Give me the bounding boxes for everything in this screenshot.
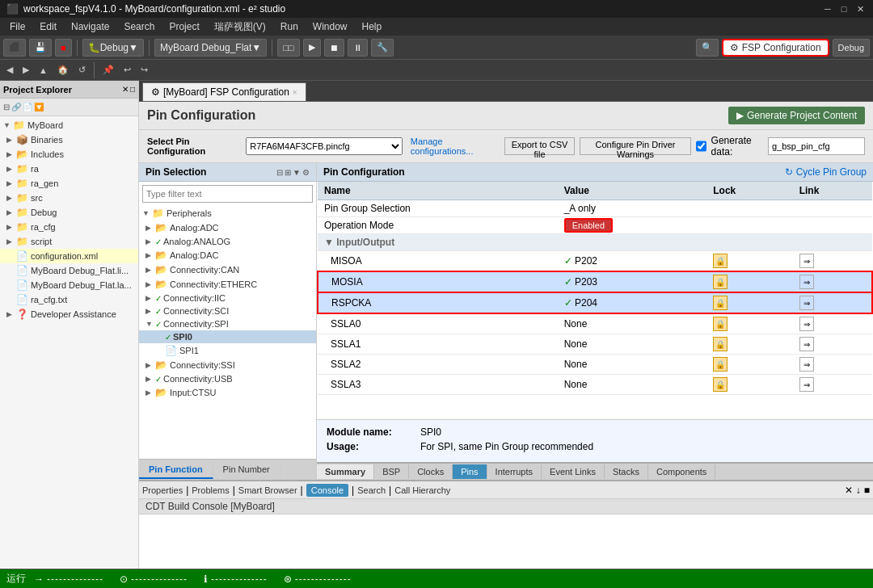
console-stop-btn[interactable]: ■: [864, 485, 870, 496]
tree-input-ctsu[interactable]: ▶ 📂 Input:CTSU: [139, 385, 316, 400]
generate-data-input[interactable]: [768, 137, 865, 155]
cell-lock[interactable]: 🔒: [706, 271, 792, 292]
smart-browser-btn[interactable]: Smart Browser: [238, 485, 297, 495]
filter-btn[interactable]: 🔽: [34, 103, 44, 111]
cell-lock[interactable]: 🔒: [706, 355, 792, 375]
sidebar-item-includes[interactable]: ▶ 📂 Includes: [0, 147, 138, 162]
lock-button[interactable]: 🔒: [713, 296, 728, 310]
tab-fsp-configuration[interactable]: ⚙ [MyBoard] FSP Configuration ×: [142, 82, 306, 101]
cell-value[interactable]: ✓ P202: [558, 251, 707, 272]
cell-link[interactable]: ⇒: [793, 271, 872, 292]
table-row[interactable]: SSLA1 None 🔒 ⇒: [318, 334, 872, 355]
cell-value[interactable]: ✓ P204: [558, 292, 707, 313]
table-row[interactable]: MISOA ✓ P202 🔒 ⇒: [318, 251, 872, 272]
sidebar-item-debug[interactable]: ▶ 📁 Debug: [0, 205, 138, 220]
cell-link[interactable]: ⇒: [793, 313, 872, 334]
export-csv-button[interactable]: Export to CSV file: [504, 137, 576, 155]
table-row[interactable]: SSLA0 None 🔒 ⇒: [318, 313, 872, 334]
table-row[interactable]: RSPCKA ✓ P204 🔒 ⇒: [318, 292, 872, 313]
link-button[interactable]: ⇒: [799, 337, 814, 351]
fsp-configuration-button[interactable]: ⚙ FSP Configuration: [722, 39, 829, 57]
link-button[interactable]: ⇒: [799, 377, 814, 392]
menu-edit[interactable]: Edit: [33, 19, 63, 34]
cell-lock[interactable]: 🔒: [706, 375, 792, 395]
menu-search[interactable]: Search: [117, 19, 161, 34]
home-button[interactable]: 🏠: [54, 63, 72, 77]
tb-btn5[interactable]: 🔧: [371, 39, 394, 57]
console-tab-btn[interactable]: Console: [306, 484, 348, 497]
pin-config-dropdown[interactable]: R7FA6M4AF3CFB.pincfg: [246, 137, 403, 155]
pins-tab[interactable]: Pins: [453, 464, 487, 479]
cell-value[interactable]: None: [558, 375, 707, 395]
tree-connectivity-can[interactable]: ▶ 📂 Connectivity:CAN: [139, 262, 316, 277]
menu-window[interactable]: Window: [306, 19, 354, 34]
cell-value[interactable]: Enabled: [558, 217, 707, 234]
new-button[interactable]: ⬛: [3, 39, 26, 57]
cell-value[interactable]: None: [558, 355, 707, 375]
link-editor-btn[interactable]: 🔗: [11, 103, 21, 111]
debug-toolbar-btn[interactable]: Debug: [833, 39, 870, 57]
tree-connectivity-iic[interactable]: ▶ ✓ Connectivity:IIC: [139, 292, 316, 304]
pin-filter-input[interactable]: [142, 185, 313, 203]
link-button[interactable]: ⇒: [799, 296, 814, 310]
minimize-button[interactable]: ─: [821, 2, 834, 15]
generate-project-button[interactable]: ▶ Generate Project Content: [728, 107, 865, 124]
save-button[interactable]: 💾: [29, 39, 52, 57]
generate-data-checkbox[interactable]: [696, 137, 706, 155]
problems-tab-btn[interactable]: Problems: [192, 485, 229, 495]
tb-btn2[interactable]: ▶: [303, 39, 321, 57]
debug-combo[interactable]: 🐛 Debug ▼: [82, 39, 144, 57]
cell-value[interactable]: None: [558, 334, 707, 355]
lock-button[interactable]: 🔒: [713, 254, 728, 268]
collapse-tree-btn[interactable]: ⊟: [276, 168, 283, 177]
undo-button[interactable]: ↩: [120, 63, 134, 77]
tb-btn4[interactable]: ⏸: [348, 39, 368, 57]
tree-settings-btn[interactable]: ⚙: [302, 168, 310, 177]
menu-renesas[interactable]: 瑞萨视图(V): [208, 19, 272, 36]
stacks-tab[interactable]: Stacks: [605, 464, 648, 479]
redo-button[interactable]: ↪: [137, 63, 151, 77]
refresh-button[interactable]: ↺: [75, 63, 89, 77]
collapse-all-btn[interactable]: ⊟: [3, 103, 10, 111]
cell-lock[interactable]: 🔒: [706, 292, 792, 313]
cell-link[interactable]: ⇒: [793, 355, 872, 375]
link-button[interactable]: ⇒: [799, 317, 814, 331]
sidebar-item-ra-cfg[interactable]: ▶ 📁 ra_cfg: [0, 220, 138, 234]
call-hierarchy-btn[interactable]: Call Hierarchy: [394, 485, 450, 495]
pin-function-tab[interactable]: Pin Function: [139, 461, 213, 479]
menu-navigate[interactable]: Navigate: [65, 19, 116, 34]
sidebar-item-developer-assistance[interactable]: ▶ ❓ Developer Assistance: [0, 307, 138, 321]
sidebar-item-src[interactable]: ▶ 📁 src: [0, 191, 138, 205]
clocks-tab[interactable]: Clocks: [409, 464, 453, 479]
search-toolbar-btn[interactable]: 🔍: [696, 39, 719, 57]
menu-project[interactable]: Project: [162, 19, 205, 34]
sidebar-min[interactable]: □: [130, 85, 135, 94]
lock-button[interactable]: 🔒: [713, 357, 728, 372]
cell-lock[interactable]: 🔒: [706, 334, 792, 355]
lock-button[interactable]: 🔒: [713, 337, 728, 351]
sidebar-item-ra[interactable]: ▶ 📁 ra: [0, 162, 138, 176]
sidebar-item-config-xml[interactable]: 📄 configuration.xml: [0, 249, 138, 263]
lock-button[interactable]: 🔒: [713, 275, 728, 289]
sidebar-item-binaries[interactable]: ▶ 📦 Binaries: [0, 132, 138, 147]
cell-link[interactable]: ⇒: [793, 251, 872, 272]
link-button[interactable]: ⇒: [799, 357, 814, 372]
sidebar-item-debug-flat-li[interactable]: 📄 MyBoard Debug_Flat.li...: [0, 263, 138, 278]
lock-button[interactable]: 🔒: [713, 317, 728, 331]
cell-link[interactable]: ⇒: [793, 334, 872, 355]
cell-link[interactable]: ⇒: [793, 375, 872, 395]
manage-config-link[interactable]: Manage configurations...: [411, 136, 496, 156]
console-scroll-btn[interactable]: ↓: [856, 485, 861, 496]
tb-btn1[interactable]: □□: [277, 39, 299, 57]
table-row[interactable]: Pin Group Selection _A only: [318, 200, 872, 217]
sidebar-close[interactable]: ✕: [122, 85, 129, 94]
table-row[interactable]: SSLA2 None 🔒 ⇒: [318, 355, 872, 375]
tree-analog-adc[interactable]: ▶ 📂 Analog:ADC: [139, 220, 316, 235]
tree-spi0[interactable]: ✓ SPI0: [139, 330, 316, 343]
console-content[interactable]: [139, 514, 873, 569]
sidebar-item-myboard[interactable]: ▼ 📁 MyBoard: [0, 118, 138, 132]
menu-run[interactable]: Run: [274, 19, 305, 34]
close-button[interactable]: ✕: [854, 2, 867, 15]
new-file-btn[interactable]: 📄: [23, 103, 32, 111]
stop-button[interactable]: ■: [55, 39, 72, 57]
